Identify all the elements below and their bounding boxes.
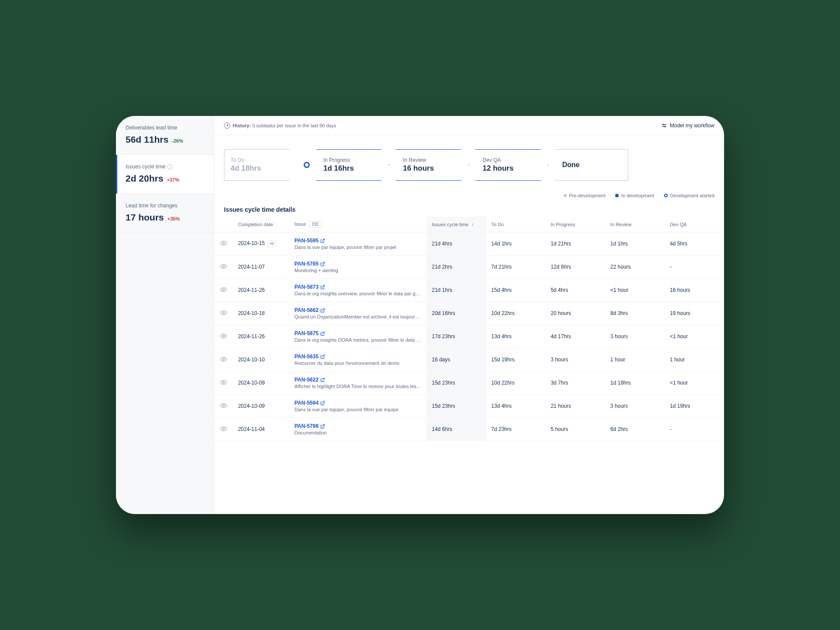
cell-inprogress: 12d 6hrs	[546, 256, 605, 279]
svg-point-3	[665, 126, 665, 127]
issue-description: Afficher le highlight DORA Time to resto…	[294, 384, 421, 389]
visibility-toggle-icon[interactable]	[220, 402, 227, 409]
col-header-devqa[interactable]: Dev QA	[665, 217, 724, 232]
visibility-toggle-icon[interactable]	[220, 425, 227, 432]
metric-value: 56d 11hrs	[126, 134, 168, 145]
cell-todo: 15d 4hrs	[486, 279, 546, 302]
sliders-icon	[661, 122, 667, 129]
cell-inreview: 8d 3hrs	[605, 302, 665, 325]
col-header-issue[interactable]: Issue 191	[289, 217, 427, 232]
external-link-icon	[320, 401, 325, 406]
metrics-sidebar: Deliverables lead time 56d 11hrs -26% Is…	[116, 116, 214, 514]
history-label: History:	[233, 123, 251, 128]
stage-label: In Review	[403, 157, 457, 163]
metric-delta: -26%	[172, 138, 183, 144]
cell-todo: 13d 4hrs	[486, 325, 546, 348]
metric-label: Issues cycle time	[126, 164, 165, 170]
stage-in-progress[interactable]: In Progress 1d 16hrs	[316, 149, 389, 181]
issue-description: Retourner du data pour l'environnement d…	[294, 360, 421, 366]
col-header-inreview[interactable]: In Review	[605, 217, 665, 232]
cell-inreview: 3 hours	[605, 325, 665, 348]
table-row[interactable]: 2024-10-15#9PAN-5595Dans la vue par équi…	[214, 232, 724, 256]
info-icon[interactable]: i	[167, 164, 172, 169]
col-header-cycle[interactable]: Issues cycle time ↑	[427, 217, 486, 232]
model-workflow-button[interactable]: Model my workflow	[661, 122, 714, 129]
cell-inreview: 22 hours	[605, 256, 665, 279]
metric-deliverables-lead-time[interactable]: Deliverables lead time 56d 11hrs -26%	[116, 116, 214, 155]
visibility-toggle-icon[interactable]	[220, 309, 227, 316]
stage-done[interactable]: Done	[555, 149, 628, 181]
issue-link[interactable]: PAN-5622	[294, 377, 325, 383]
dot-icon	[615, 194, 619, 197]
model-workflow-label: Model my workflow	[670, 122, 714, 129]
metric-label: Lead time for changes	[126, 203, 206, 209]
cell-completion-date: 2024-10-10	[233, 348, 289, 371]
stage-value: 1d 16hrs	[323, 164, 378, 173]
issue-link[interactable]: PAN-5594	[294, 400, 325, 406]
svg-point-5	[223, 266, 224, 267]
cell-completion-date: 2024-10-09	[233, 371, 289, 395]
cell-inreview: 1 hour	[605, 348, 665, 371]
issue-description: Dans le org insights overview, pouvoir f…	[294, 291, 421, 296]
col-header-inprogress[interactable]: In Progress	[546, 217, 605, 232]
cell-cycle-time: 15d 23hrs	[427, 395, 486, 418]
table-row[interactable]: 2024-11-07PAN-5765Monitoring + alerting2…	[214, 256, 724, 279]
metric-lead-time-changes[interactable]: Lead time for changes 17 hours +35%	[116, 194, 214, 233]
cell-cycle-time: 21d 4hrs	[427, 232, 486, 256]
topbar: History: 0 subtasks per issue in the las…	[214, 116, 724, 135]
metric-delta: +35%	[168, 216, 180, 221]
cell-inreview: 1d 18hrs	[605, 371, 665, 395]
svg-point-6	[223, 289, 224, 290]
stage-todo[interactable]: To Do 4d 18hrs	[224, 149, 298, 181]
visibility-toggle-icon[interactable]	[220, 356, 227, 363]
cell-completion-date: 2024-11-04	[233, 418, 289, 441]
issue-description: Dans la vue par équipe, pouvoir filtrer …	[294, 407, 421, 412]
stage-label: To Do	[231, 157, 286, 163]
cell-completion-date: 2024-10-15#9	[233, 232, 289, 256]
issue-link[interactable]: PAN-5662	[294, 307, 325, 313]
metric-issues-cycle-time[interactable]: Issues cycle time i 2d 20hrs +37%	[116, 155, 214, 194]
metric-label: Deliverables lead time	[126, 125, 206, 131]
col-header-completion[interactable]: Completion date	[233, 217, 289, 232]
table-row[interactable]: 2024-10-09PAN-5594Dans la vue par équipe…	[214, 395, 724, 418]
visibility-toggle-icon[interactable]	[220, 240, 227, 247]
history-icon	[224, 122, 230, 129]
cell-completion-date: 2024-11-07	[233, 256, 289, 279]
issue-description: Monitoring + alerting	[294, 268, 421, 273]
svg-point-10	[223, 382, 224, 383]
table-row[interactable]: 2024-10-10PAN-5635Retourner du data pour…	[214, 348, 724, 371]
visibility-toggle-icon[interactable]	[220, 263, 227, 270]
issue-link[interactable]: PAN-5595	[294, 238, 325, 244]
issue-link[interactable]: PAN-5798	[294, 423, 325, 429]
col-header-todo[interactable]: To Do	[486, 217, 546, 232]
visibility-toggle-icon[interactable]	[220, 332, 227, 340]
metric-value: 2d 20hrs	[126, 173, 163, 184]
stage-dev-qa[interactable]: Dev QA 12 hours	[475, 149, 549, 181]
cell-completion-date: 2024-10-18	[233, 302, 289, 325]
table-row[interactable]: 2024-11-26PAN-5873Dans le org insights o…	[214, 279, 724, 302]
issue-link[interactable]: PAN-5635	[294, 354, 325, 360]
row-badge: #9	[267, 240, 276, 247]
issue-link[interactable]: PAN-5765	[294, 261, 325, 267]
cell-cycle-time: 17d 23hrs	[427, 325, 486, 348]
issue-link[interactable]: PAN-5873	[294, 284, 325, 290]
cell-cycle-time: 21d 2hrs	[427, 256, 486, 279]
table-row[interactable]: 2024-11-04PAN-5798Documentation14d 6hrs7…	[214, 418, 724, 441]
issue-link[interactable]: PAN-5875	[294, 330, 325, 336]
issues-table-scroll[interactable]: Completion date Issue 191 Issues cycle t…	[214, 217, 724, 514]
cell-devqa: 16 hours	[665, 279, 724, 302]
svg-point-4	[223, 242, 224, 244]
stage-in-review[interactable]: In Review 16 hours	[396, 149, 469, 181]
cell-devqa: <1 hour	[665, 371, 724, 395]
table-row[interactable]: 2024-11-26PAN-5875Dans le org insights D…	[214, 325, 724, 348]
cell-cycle-time: 20d 16hrs	[427, 302, 486, 325]
table-row[interactable]: 2024-10-18PAN-5662Quand un OrganizationM…	[214, 302, 724, 325]
visibility-toggle-icon[interactable]	[220, 379, 227, 386]
cell-devqa: -	[665, 418, 724, 441]
visibility-toggle-icon[interactable]	[220, 286, 227, 293]
stage-value: Done	[562, 161, 616, 169]
issue-description: Quand un OrganizationMember est archivé,…	[294, 314, 421, 319]
table-row[interactable]: 2024-10-09PAN-5622Afficher le highlight …	[214, 371, 724, 395]
cell-devqa: 1 hour	[665, 348, 724, 371]
cell-issue: PAN-5873Dans le org insights overview, p…	[289, 279, 427, 302]
